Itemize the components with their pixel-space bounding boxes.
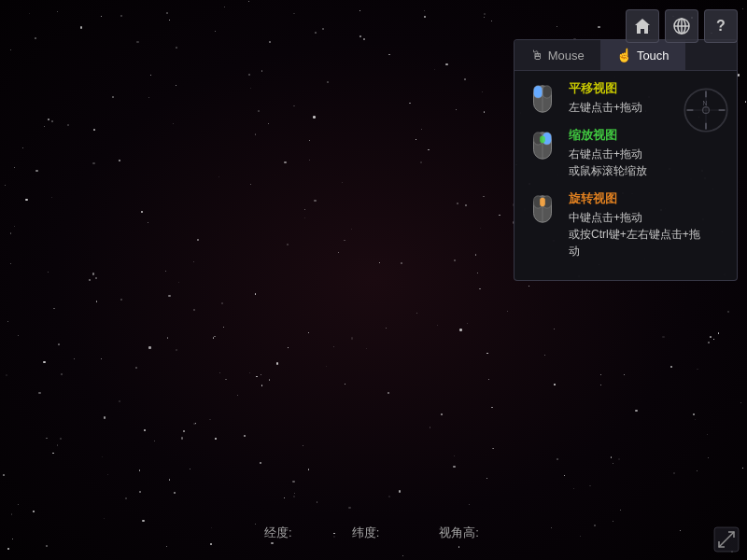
tab-touch-label: Touch [637, 49, 669, 63]
tab-bar: 🖱 Mouse ☝ Touch [514, 40, 737, 71]
mouse-tab-icon: 🖱 [530, 48, 543, 63]
tab-mouse[interactable]: 🖱 Mouse [514, 40, 600, 70]
svg-rect-29 [540, 198, 545, 206]
help-button[interactable]: ? [704, 9, 738, 43]
longitude-display: 经度: [264, 525, 296, 541]
zoom-mouse-icon-wrap [526, 127, 559, 162]
rotate-control-text: 旋转视图 中键点击+拖动或按Ctrl键+左右键点击+拖动 [569, 190, 726, 259]
altitude-label: 视角高: [439, 525, 479, 541]
pan-mouse-icon [529, 82, 556, 116]
altitude-display: 视角高: [439, 525, 483, 541]
rotate-control-section: 旋转视图 中键点击+拖动或按Ctrl键+左右键点击+拖动 [526, 190, 726, 259]
home-button[interactable] [626, 9, 659, 43]
zoom-control-section: 缩放视图 右键点击+拖动或鼠标滚轮缩放 [526, 127, 726, 179]
expand-button[interactable] [713, 526, 740, 553]
toolbar: ? [626, 9, 738, 43]
rotate-desc: 中键点击+拖动或按Ctrl键+左右键点击+拖动 [569, 209, 726, 259]
rotate-mouse-icon [529, 192, 556, 226]
latitude-display: 纬度: [352, 525, 384, 541]
svg-rect-14 [534, 86, 543, 98]
touch-tab-icon: ☝ [616, 48, 632, 63]
latitude-label: 纬度: [352, 525, 380, 541]
tab-mouse-label: Mouse [548, 49, 585, 63]
zoom-desc: 右键点击+拖动或鼠标滚轮缩放 [569, 146, 726, 179]
tab-touch[interactable]: ☝ Touch [600, 40, 686, 70]
help-panel: 🖱 Mouse ☝ Touch [514, 39, 738, 281]
zoom-control-text: 缩放视图 右键点击+拖动或鼠标滚轮缩放 [569, 127, 726, 179]
pan-mouse-icon-wrap [526, 80, 559, 116]
longitude-label: 经度: [264, 525, 292, 541]
globe-button[interactable] [665, 9, 698, 43]
rotate-title: 旋转视图 [569, 190, 726, 207]
svg-rect-15 [543, 86, 551, 98]
rotate-mouse-icon-wrap [526, 190, 559, 226]
zoom-mouse-icon [529, 129, 556, 162]
svg-rect-23 [540, 136, 545, 144]
svg-text:N: N [703, 100, 708, 106]
compass-icon: N [683, 87, 729, 133]
status-bar: 经度: 纬度: 视角高: [0, 525, 747, 541]
